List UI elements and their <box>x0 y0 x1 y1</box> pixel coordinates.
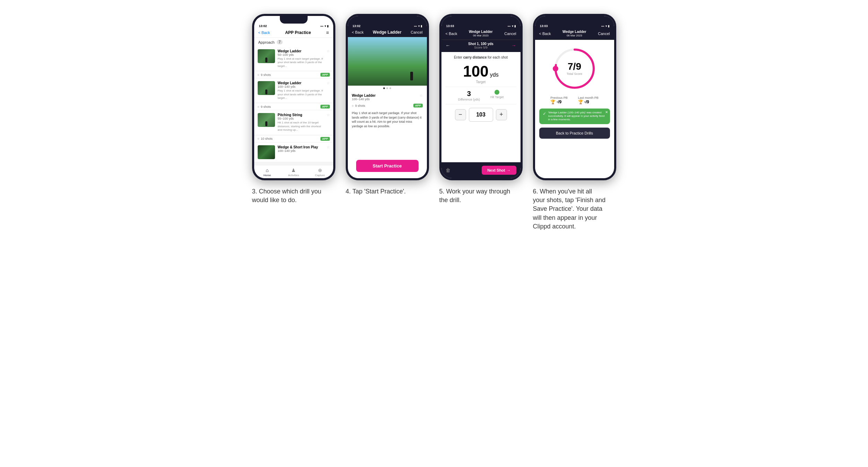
drill-detail-header: Wedge Ladder 100–140 yds ☆ <box>352 94 423 102</box>
practice-image <box>348 37 427 86</box>
dot-3 <box>389 87 391 89</box>
battery-icon-2: ▮ <box>421 25 422 28</box>
hit-target-dot <box>495 90 499 95</box>
battery-icon: ▮ <box>327 25 328 28</box>
star-icon[interactable]: ☆ <box>327 49 330 53</box>
shot-content: Enter carry distance for each shot 100 y… <box>441 52 521 162</box>
status-icons-2: ▪▪▪ ▾ ▮ <box>414 25 422 28</box>
drill-list: Wedge Ladder 50–100 yds Play 1 shot at e… <box>254 46 333 165</box>
cancel-btn-4[interactable]: Cancel <box>598 32 610 36</box>
next-shot-label: Next Shot <box>487 168 505 172</box>
phone-frame-1: 13:02 ▪▪▪ ▾ ▮ < Back APP Practice ≡ Appr… <box>252 14 335 180</box>
trophy-icon-2: 🏆 <box>578 100 583 104</box>
list-item[interactable]: Wedge Ladder 100–140 yds Play 1 shot at … <box>254 78 333 103</box>
nav-home[interactable]: ⌂ Home <box>254 167 281 177</box>
notch-4 <box>561 16 588 24</box>
cancel-btn-2[interactable]: Cancel <box>411 30 422 34</box>
tag-row: Approach 7 <box>254 38 333 46</box>
target-label: Target <box>446 80 516 84</box>
nav-activities[interactable]: ♟ Activities <box>281 167 307 177</box>
golfer-figure <box>265 121 267 126</box>
activities-icon: ♟ <box>291 167 296 173</box>
next-shot-button[interactable]: Next Shot → <box>482 166 516 175</box>
drill-yards-3: 55–100 yds <box>278 117 324 120</box>
star-icon-detail[interactable]: ☆ <box>420 94 423 97</box>
nav-bar-2: < Back Wedge Ladder Cancel <box>348 28 427 37</box>
carry-bold: carry distance <box>463 55 487 59</box>
golfer-figure <box>265 58 267 62</box>
difference-num: 3 <box>458 90 480 98</box>
caption-4: 6. When you've hit all your shots, tap '… <box>533 187 606 231</box>
hit-target-label: Hit Target <box>490 95 504 99</box>
nav-title-2: Wedge Ladder <box>373 30 401 35</box>
drill-detail: Wedge Ladder 100–140 yds ☆ ○ 9 shots APP… <box>348 91 427 157</box>
thumb-bg <box>258 145 275 159</box>
nav-home-label: Home <box>264 174 271 177</box>
drill-thumb <box>258 49 275 63</box>
start-practice-button[interactable]: Start Practice <box>356 160 419 172</box>
score-content: 7/9 Total Score Previous PB 🏆 -/9 <box>535 40 614 178</box>
back-btn-2[interactable]: < Back <box>352 30 364 34</box>
score-fraction: 7/9 <box>567 62 582 71</box>
drill-footer-3: ○ 10 shots APP <box>254 136 333 142</box>
prev-arrow[interactable]: ← <box>446 43 450 48</box>
hit-target-stat: Hit Target <box>490 90 504 101</box>
shot-distance-input[interactable] <box>469 108 493 122</box>
star-icon-3[interactable]: ☆ <box>327 113 330 117</box>
prev-pb: Previous PB 🏆 -/9 <box>550 96 568 104</box>
decrement-btn[interactable]: − <box>455 109 466 120</box>
shot-nav-arrows: ← <box>446 43 450 48</box>
phones-row: 13:02 ▪▪▪ ▾ ▮ < Back APP Practice ≡ Appr… <box>252 14 616 231</box>
phone-block-1: 13:02 ▪▪▪ ▾ ▮ < Back APP Practice ≡ Appr… <box>252 14 335 205</box>
shot-header: ← Shot 1, 100 yds Score 5/9 → <box>441 40 521 52</box>
phone-inner-1: 13:02 ▪▪▪ ▾ ▮ < Back APP Practice ≡ Appr… <box>254 16 333 178</box>
phone-inner-3: 13:03 ▪▪▪ ▾ ▮ < Back Wedge Ladder 06 Mar… <box>441 16 521 178</box>
back-btn-3[interactable]: < Back <box>446 32 457 36</box>
notch-1 <box>280 16 308 24</box>
tag-badge: 7 <box>277 40 283 44</box>
toast-close-icon[interactable]: ✕ <box>605 110 608 114</box>
wifi-icon-4: ▾ <box>605 25 607 28</box>
next-arrow[interactable]: → <box>512 43 516 48</box>
menu-btn-1[interactable]: ≡ <box>326 30 329 35</box>
list-item[interactable]: Wedge Ladder 50–100 yds Play 1 shot at e… <box>254 46 333 71</box>
star-icon-2[interactable]: ☆ <box>327 81 330 85</box>
nav-title-1: APP Practice <box>285 30 311 35</box>
app-badge-3: APP <box>320 137 329 141</box>
increment-btn[interactable]: + <box>496 109 507 120</box>
app-badge-1: APP <box>320 73 329 77</box>
shots-label-3: ○ 10 shots <box>258 137 273 140</box>
toast-text: 'Wedge Ladder (100–140 yds)' was created… <box>548 111 607 122</box>
drill-name-3: Pitching String <box>278 113 324 117</box>
trash-icon[interactable]: 🗑 <box>446 167 450 173</box>
stats-row: 3 Difference (yds) Hit Target <box>446 87 516 104</box>
tag-label: Approach <box>258 40 275 44</box>
back-to-drills-button[interactable]: Back to Practice Drills <box>539 128 610 139</box>
drill-footer-1: ○ 9 shots APP <box>254 71 333 78</box>
list-item[interactable]: Pitching String 55–100 yds Hit 1 shot at… <box>254 110 333 135</box>
wifi-icon-2: ▾ <box>418 25 420 28</box>
back-btn-4[interactable]: < Back <box>539 32 551 36</box>
wifi-icon-3: ▾ <box>512 25 513 28</box>
nav-activities-label: Activities <box>288 174 299 177</box>
target-display: 100 yds Target <box>446 63 516 84</box>
nav-bar-4: < Back Wedge Ladder 06 Mar 2023 Cancel <box>535 28 614 40</box>
cancel-btn-3[interactable]: Cancel <box>504 32 516 36</box>
back-btn-1[interactable]: < Back <box>258 31 270 35</box>
caption-1: 3. Choose which drill you would like to … <box>252 187 325 205</box>
pb-row: Previous PB 🏆 -/9 Last month PB 🏆 -/9 <box>539 96 610 104</box>
drill-thumb <box>258 145 275 159</box>
nav-capture[interactable]: ⊕ Capture <box>307 167 333 177</box>
list-item[interactable]: Wedge & Short Iron Play 100–140 yds ☆ <box>254 142 333 162</box>
phone-block-3: 13:03 ▪▪▪ ▾ ▮ < Back Wedge Ladder 06 Mar… <box>439 14 523 205</box>
caption-2: 4. Tap 'Start Practice'. <box>346 187 406 196</box>
prev-pb-number: -/9 <box>557 100 561 104</box>
star-icon-4[interactable]: ☆ <box>327 145 330 149</box>
trophy-icon-1: 🏆 <box>550 100 556 104</box>
phone-frame-3: 13:03 ▪▪▪ ▾ ▮ < Back Wedge Ladder 06 Mar… <box>439 14 523 180</box>
drill-desc: Play 1 shot at each target yardage. If y… <box>278 57 324 68</box>
drill-name-4: Wedge & Short Iron Play <box>278 145 324 149</box>
nav-bar-3: < Back Wedge Ladder 06 Mar 2023 Cancel <box>441 28 521 40</box>
drill-detail-name: Wedge Ladder <box>352 94 376 97</box>
next-shot-bar: 🗑 Next Shot → <box>441 162 521 178</box>
